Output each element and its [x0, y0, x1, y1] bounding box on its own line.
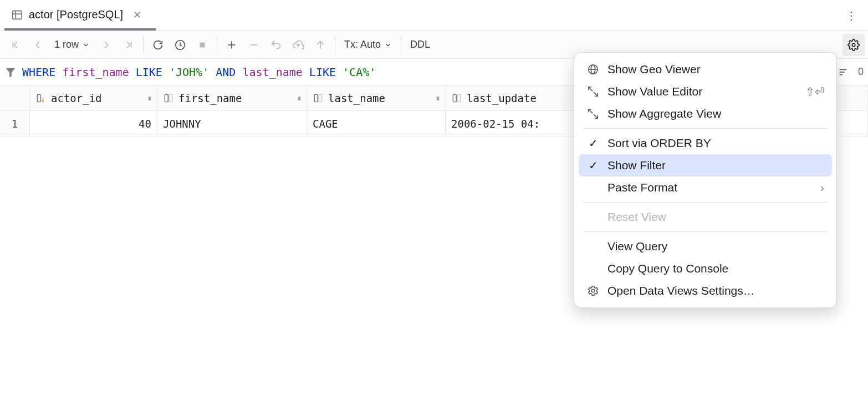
tab-title: actor [PostgreSQL]: [29, 8, 123, 21]
column-header-actor-id[interactable]: actor_id ▲▼: [30, 85, 157, 111]
menu-item-show-value-editor[interactable]: Show Value Editor⇧⏎: [579, 80, 832, 103]
result-count-preview: 0: [858, 66, 864, 78]
menu-item-show-filter[interactable]: ✓Show Filter: [579, 154, 832, 176]
column-name: last_update: [467, 92, 537, 104]
toolbar-separator: [335, 37, 335, 53]
expand-icon: [586, 85, 600, 98]
menu-item-label: Show Geo Viewer: [607, 63, 701, 76]
svg-point-32: [591, 289, 595, 292]
reload-button[interactable]: [147, 34, 169, 56]
tab-bar: actor [PostgreSQL] ✕ ⋮: [0, 0, 868, 31]
column-header-first-name[interactable]: first_name ▲▼: [157, 85, 307, 111]
menu-item-show-geo-viewer[interactable]: Show Geo Viewer: [579, 58, 832, 80]
gear-icon: [847, 39, 860, 51]
clock-icon: [174, 39, 186, 51]
svg-marker-12: [6, 68, 16, 77]
menu-item-show-aggregate-view[interactable]: Show Aggregate View: [579, 103, 832, 125]
expand-icon: [586, 107, 600, 120]
revert-button[interactable]: [265, 34, 287, 56]
cloud-up-icon: [292, 39, 304, 51]
toolbar-separator: [217, 37, 217, 53]
menu-item-label: View Query: [607, 240, 667, 253]
next-page-button[interactable]: [95, 34, 118, 56]
svg-point-17: [42, 100, 44, 102]
cell-first-name[interactable]: JOHNNY: [157, 111, 307, 137]
check-icon: ✓: [586, 137, 600, 150]
menu-item-label: Copy Query to Console: [607, 262, 728, 275]
prev-page-button[interactable]: [27, 34, 49, 56]
tab-overflow-button[interactable]: ⋮: [839, 6, 864, 26]
last-page-icon: [122, 39, 135, 51]
ddl-label: DDL: [410, 39, 430, 50]
add-row-button[interactable]: [221, 34, 243, 56]
chevron-right-icon: [100, 39, 113, 51]
stop-button[interactable]: [191, 34, 213, 56]
menu-item-paste-format[interactable]: Paste Format›: [579, 176, 832, 199]
gear-icon: [586, 284, 600, 297]
svg-point-11: [852, 43, 855, 47]
menu-item-label: Open Data Views Settings…: [607, 284, 755, 297]
cell-actor-id[interactable]: 40: [30, 111, 157, 137]
plus-icon: [226, 39, 238, 51]
svg-rect-19: [165, 94, 168, 102]
svg-line-29: [594, 92, 598, 96]
toolbar-separator: [143, 37, 144, 53]
menu-item-label: Reset View: [607, 210, 666, 224]
chevron-down-icon: [384, 41, 392, 49]
menu-item-label: Show Filter: [607, 159, 666, 172]
tab-close-button[interactable]: ✕: [129, 7, 146, 23]
menu-item-open-data-views-settings[interactable]: Open Data Views Settings…: [579, 280, 832, 302]
globe-icon: [586, 63, 600, 76]
column-name: first_name: [178, 92, 242, 104]
sort-icon: [837, 66, 849, 78]
row-count-dropdown[interactable]: 1 row: [49, 34, 95, 56]
column-icon: [313, 93, 324, 104]
first-page-button[interactable]: [4, 34, 27, 56]
row-number[interactable]: 1: [0, 111, 30, 137]
minus-icon: [248, 39, 260, 51]
reload-icon: [152, 39, 164, 51]
chevron-left-icon: [32, 39, 44, 51]
tab-actor[interactable]: actor [PostgreSQL] ✕: [4, 1, 156, 30]
menu-separator: [583, 231, 828, 232]
key-column-icon: [35, 93, 47, 104]
chevron-right-icon: ›: [820, 181, 824, 194]
svg-line-31: [594, 114, 598, 118]
cell-last-name[interactable]: CAGE: [307, 111, 446, 137]
history-button[interactable]: [169, 34, 191, 56]
svg-line-30: [589, 109, 593, 113]
svg-rect-21: [314, 94, 318, 102]
column-icon: [451, 93, 462, 104]
row-number-header: [0, 85, 30, 111]
svg-rect-24: [457, 94, 461, 102]
menu-item-label: Show Aggregate View: [607, 107, 721, 120]
menu-item-label: Paste Format: [607, 181, 677, 194]
svg-line-28: [589, 87, 593, 91]
stop-icon: [197, 40, 207, 50]
tx-mode-label: Tx: Auto: [344, 39, 381, 50]
delete-row-button[interactable]: [243, 34, 265, 56]
menu-item-copy-query-to-console[interactable]: Copy Query to Console: [579, 257, 832, 280]
column-name: last_name: [328, 92, 385, 104]
ddl-button[interactable]: DDL: [405, 34, 436, 56]
chevron-down-icon: [82, 41, 90, 49]
column-header-last-name[interactable]: last_name ▲▼: [307, 85, 446, 111]
svg-rect-16: [37, 94, 40, 102]
first-page-icon: [9, 39, 22, 51]
arrow-up-icon: [314, 39, 326, 51]
preview-pending-button[interactable]: [287, 34, 309, 56]
menu-item-label: Show Value Editor: [607, 85, 702, 98]
toolbar-separator: [401, 37, 401, 53]
menu-item-view-query[interactable]: View Query: [579, 235, 832, 257]
menu-item-sort-via-order-by[interactable]: ✓Sort via ORDER BY: [579, 132, 832, 154]
check-icon: ✓: [586, 159, 600, 172]
menu-item-shortcut: ⇧⏎: [805, 85, 824, 98]
svg-rect-23: [453, 94, 456, 102]
settings-button[interactable]: [843, 34, 865, 56]
tx-mode-dropdown[interactable]: Tx: Auto: [339, 34, 397, 56]
last-page-button[interactable]: [118, 34, 140, 56]
menu-separator: [583, 202, 828, 203]
settings-menu: Show Geo ViewerShow Value Editor⇧⏎Show A…: [574, 52, 837, 308]
menu-item-label: Sort via ORDER BY: [607, 137, 711, 150]
submit-button[interactable]: [309, 34, 331, 56]
